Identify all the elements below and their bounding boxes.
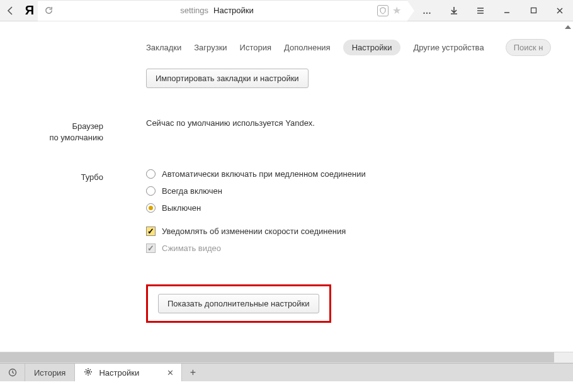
bookmark-star-icon[interactable]: ★ — [392, 4, 401, 16]
import-bookmarks-button[interactable]: Импортировать закладки и настройки — [146, 69, 309, 88]
checkbox-checked-disabled-icon: ✓ — [146, 244, 156, 253]
url-segment-key: settings — [180, 6, 208, 15]
page-viewport: Закладки Загрузки История Дополнения Нас… — [0, 21, 573, 363]
show-advanced-settings-button[interactable]: Показать дополнительные настройки — [158, 294, 319, 313]
default-browser-label: Браузер по умолчанию — [0, 118, 113, 143]
turbo-option-compress: ✓ Сжимать видео — [146, 244, 366, 253]
window-close-button[interactable] — [547, 0, 573, 21]
browser-titlebar: Я settings Настройки ★ … — [0, 0, 573, 21]
tab-title: История — [34, 368, 65, 378]
background-tab-history[interactable]: История — [25, 364, 75, 381]
highlight-annotation: Показать дополнительные настройки — [146, 284, 331, 323]
turbo-option-auto[interactable]: Автоматически включать при медленном сое… — [146, 169, 366, 179]
recently-closed-icon[interactable] — [0, 364, 25, 381]
turbo-label: Турбо — [0, 169, 113, 260]
svg-rect-0 — [531, 8, 536, 13]
more-menu-button[interactable]: … — [414, 0, 441, 21]
turbo-option-notify[interactable]: ✓ Уведомлять об изменении скорости соеди… — [146, 227, 366, 236]
downloads-button[interactable] — [441, 0, 467, 21]
tab-addons[interactable]: Дополнения — [284, 43, 331, 52]
checkbox-checked-icon: ✓ — [146, 227, 156, 236]
protect-icon[interactable] — [377, 5, 389, 16]
settings-search-input[interactable]: Поиск н — [506, 39, 552, 56]
window-maximize-button[interactable] — [520, 0, 547, 21]
settings-nav: Закладки Загрузки История Дополнения Нас… — [0, 21, 573, 69]
active-tab-settings[interactable]: Настройки ✕ — [75, 364, 182, 381]
hamburger-menu-button[interactable] — [467, 0, 494, 21]
window-minimize-button[interactable] — [494, 0, 520, 21]
scroll-up-icon[interactable] — [565, 25, 571, 29]
tab-downloads[interactable]: Загрузки — [194, 43, 227, 52]
browser-tabstrip: История Настройки ✕ + — [0, 363, 573, 381]
radio-icon — [146, 186, 156, 196]
turbo-option-off[interactable]: Выключен — [146, 203, 366, 213]
gear-icon — [84, 367, 93, 378]
tab-other-devices[interactable]: Другие устройства — [413, 43, 484, 52]
url-segment-title: Настройки — [213, 6, 254, 15]
reload-icon[interactable] — [44, 6, 54, 17]
scrollbar-thumb[interactable] — [0, 352, 554, 362]
default-browser-status: Сейчас по умолчанию используется Yandex. — [146, 118, 315, 143]
radio-icon — [146, 169, 156, 179]
back-button[interactable] — [0, 0, 21, 21]
tab-bookmarks[interactable]: Закладки — [146, 43, 181, 52]
horizontal-scrollbar[interactable] — [0, 352, 573, 362]
tab-close-icon[interactable]: ✕ — [164, 368, 176, 378]
svg-point-2 — [87, 371, 89, 373]
new-tab-button[interactable]: + — [182, 364, 203, 381]
omnibox-chevron-divider — [407, 0, 414, 21]
turbo-option-always[interactable]: Всегда включен — [146, 186, 366, 196]
yandex-logo-icon[interactable]: Я — [21, 3, 38, 18]
tab-title: Настройки — [99, 368, 158, 378]
omnibox[interactable]: settings Настройки ★ — [38, 0, 407, 21]
tab-settings[interactable]: Настройки — [343, 40, 401, 55]
radio-selected-icon — [146, 203, 156, 213]
tab-history[interactable]: История — [240, 43, 271, 52]
